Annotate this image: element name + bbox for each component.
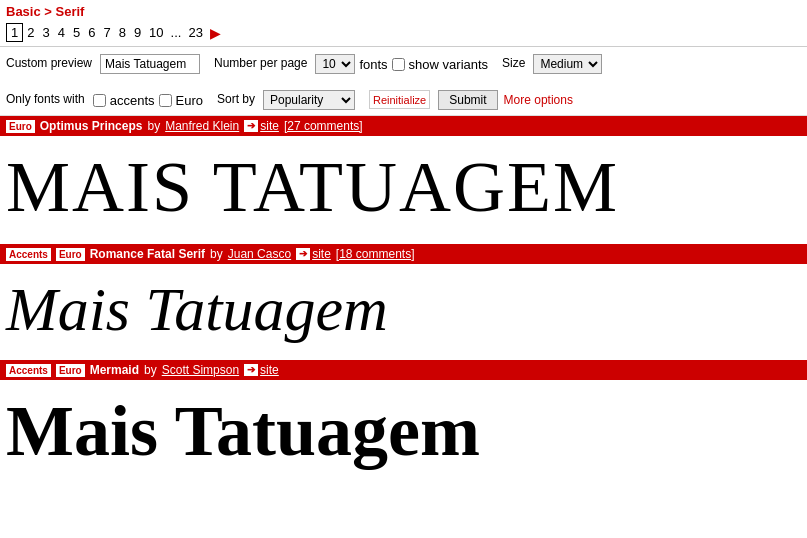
font-name-optimus: Optimus Princeps (40, 119, 143, 133)
controls-bar: Custom preview Number per page 10 20 50 … (0, 47, 807, 116)
reinitialize-group: Reinitialize Submit More options (369, 88, 573, 110)
page-last[interactable]: 23 (184, 24, 206, 41)
more-options-link[interactable]: More options (504, 93, 573, 107)
number-per-page-label: Number per page (214, 56, 307, 70)
euro-checkbox[interactable] (159, 94, 172, 107)
external-link-icon-romance: ➔ site (296, 247, 331, 261)
external-link-icon-mermaid: ➔ site (244, 363, 279, 377)
page-2[interactable]: 2 (23, 24, 38, 41)
breadcrumb-text: Basic > Serif (6, 4, 84, 19)
by-label-mermaid: by (144, 363, 157, 377)
next-page-arrow[interactable]: ▶ (207, 25, 221, 41)
custom-preview-label: Custom preview (6, 56, 92, 70)
page-7[interactable]: 7 (99, 24, 114, 41)
reinitialize-link[interactable]: Reinitialize (373, 94, 426, 106)
show-variants-checkbox[interactable] (392, 58, 405, 71)
show-variants-label: show variants (409, 57, 488, 72)
page-8[interactable]: 8 (115, 24, 130, 41)
preview-text-romance: Mais Tatuagem (6, 275, 388, 343)
fonts-label: fonts (359, 57, 387, 72)
sort-by-label: Sort by (217, 92, 255, 106)
tag-accents-romance: Accents (6, 248, 51, 261)
only-fonts-label: Only fonts with (6, 92, 85, 106)
author-link-romance[interactable]: Juan Casco (228, 247, 291, 261)
accents-checkbox[interactable] (93, 94, 106, 107)
sort-by-select[interactable]: Popularity Alphabetical Date (263, 90, 355, 110)
page-1[interactable]: 1 (6, 23, 23, 42)
preview-text-mermaid: Mais Tatuagem (6, 391, 480, 471)
pagination-ellipsis: ... (168, 24, 185, 41)
page-3[interactable]: 3 (38, 24, 53, 41)
only-fonts-group: Only fonts with accents Euro (6, 91, 203, 108)
font-preview-mermaid: Mais Tatuagem (0, 380, 807, 488)
site-link-optimus[interactable]: site (260, 119, 279, 133)
font-preview-optimus: Mais Tatuagem (0, 136, 807, 244)
custom-preview-group: Custom preview (6, 52, 200, 74)
size-group: Size Medium Small Large (502, 52, 602, 74)
external-link-icon-optimus: ➔ site (244, 119, 279, 133)
preview-text-optimus: Mais Tatuagem (6, 147, 619, 227)
page-10[interactable]: 10 (145, 24, 167, 41)
font-entry-romance: Accents Euro Romance Fatal Serif by Juan… (0, 244, 807, 360)
breadcrumb: Basic > Serif (0, 0, 807, 21)
custom-preview-input[interactable] (100, 54, 200, 74)
font-name-romance: Romance Fatal Serif (90, 247, 205, 261)
site-link-romance[interactable]: site (312, 247, 331, 261)
page-9[interactable]: 9 (130, 24, 145, 41)
page-5[interactable]: 5 (69, 24, 84, 41)
number-per-page-group: Number per page 10 20 50 fonts show vari… (214, 52, 488, 74)
euro-label: Euro (176, 93, 203, 108)
font-header-romance: Accents Euro Romance Fatal Serif by Juan… (0, 244, 807, 264)
sort-by-group: Sort by Popularity Alphabetical Date (217, 88, 355, 110)
font-entry-mermaid: Accents Euro Mermaid by Scott Simpson ➔ … (0, 360, 807, 488)
comments-link-romance[interactable]: [18 comments] (336, 247, 415, 261)
pagination: 1 2 3 4 5 6 7 8 9 10 ... 23 ▶ (0, 21, 807, 47)
font-preview-romance: Mais Tatuagem (0, 264, 807, 360)
font-header-optimus: Euro Optimus Princeps by Manfred Klein ➔… (0, 116, 807, 136)
font-entry-optimus: Euro Optimus Princeps by Manfred Klein ➔… (0, 116, 807, 244)
accents-label: accents (110, 93, 155, 108)
submit-button[interactable]: Submit (438, 90, 497, 110)
author-link-mermaid[interactable]: Scott Simpson (162, 363, 239, 377)
comments-link-optimus[interactable]: [27 comments] (284, 119, 363, 133)
author-link-optimus[interactable]: Manfred Klein (165, 119, 239, 133)
tag-euro-optimus: Euro (6, 120, 35, 133)
tag-euro-mermaid: Euro (56, 364, 85, 377)
tag-euro-romance: Euro (56, 248, 85, 261)
page-4[interactable]: 4 (54, 24, 69, 41)
size-label: Size (502, 56, 525, 70)
tag-accents-mermaid: Accents (6, 364, 51, 377)
font-name-mermaid: Mermaid (90, 363, 139, 377)
number-per-page-select[interactable]: 10 20 50 (315, 54, 355, 74)
by-label-optimus: by (147, 119, 160, 133)
by-label-romance: by (210, 247, 223, 261)
site-link-mermaid[interactable]: site (260, 363, 279, 377)
size-select[interactable]: Medium Small Large (533, 54, 602, 74)
font-header-mermaid: Accents Euro Mermaid by Scott Simpson ➔ … (0, 360, 807, 380)
page-6[interactable]: 6 (84, 24, 99, 41)
